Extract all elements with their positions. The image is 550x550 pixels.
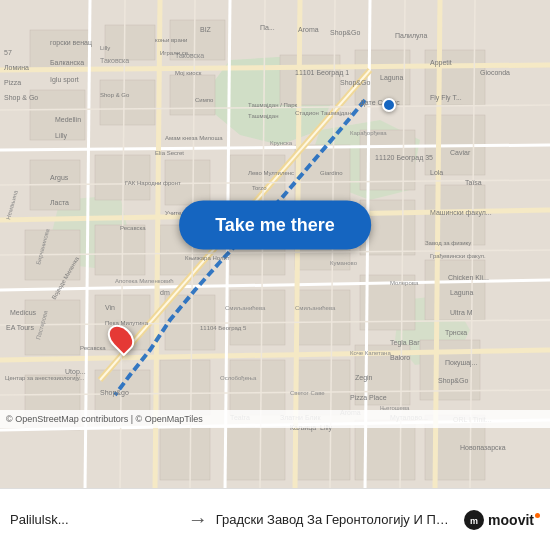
svg-rect-42 <box>160 425 210 480</box>
svg-rect-38 <box>230 360 285 415</box>
svg-text:Апотека Миленковић: Апотека Миленковић <box>115 278 174 284</box>
svg-text:11104 Београд 5: 11104 Београд 5 <box>200 325 247 331</box>
svg-text:11120 Београд 35: 11120 Београд 35 <box>375 154 433 162</box>
moovit-dot <box>535 513 540 518</box>
svg-text:m: m <box>470 516 478 526</box>
svg-text:Elia Secret: Elia Secret <box>155 150 184 156</box>
svg-rect-15 <box>95 225 145 275</box>
svg-text:Medellin: Medellin <box>55 116 81 123</box>
svg-rect-39 <box>295 360 350 415</box>
svg-rect-44 <box>295 425 350 480</box>
svg-rect-43 <box>225 425 285 480</box>
svg-text:57: 57 <box>4 49 12 56</box>
copyright-bar: © OpenStreetMap contributors | © OpenMap… <box>0 410 550 428</box>
svg-text:Lilly: Lilly <box>100 45 110 51</box>
svg-text:Argus: Argus <box>50 174 69 182</box>
svg-text:Играли се...: Играли се... <box>160 50 193 56</box>
destination-marker <box>110 323 132 353</box>
copyright-text: © OpenStreetMap contributors | © OpenMap… <box>6 414 203 424</box>
svg-text:Крунска: Крунска <box>270 140 293 146</box>
bottom-bar: Palilulsk... → Градски Завод За Геронтол… <box>0 488 550 550</box>
svg-text:Ослобођења: Ослобођења <box>220 375 257 381</box>
svg-text:EA Tours: EA Tours <box>6 324 34 331</box>
svg-text:Куманово: Куманово <box>330 260 358 266</box>
origin-marker <box>382 98 396 112</box>
svg-text:Ultra M: Ultra M <box>450 309 473 316</box>
moovit-icon: m <box>463 509 485 531</box>
svg-text:Shop&Go: Shop&Go <box>340 79 370 87</box>
svg-text:BIZ: BIZ <box>200 26 212 33</box>
svg-text:Laguna: Laguna <box>450 289 473 297</box>
svg-text:Lola: Lola <box>430 169 443 176</box>
svg-text:Ташмаjдан / Парк: Ташмаjдан / Парк <box>248 102 297 108</box>
svg-text:Taïsa: Taïsa <box>465 179 482 186</box>
svg-text:Балканска: Балканска <box>50 59 84 66</box>
svg-text:Caviar: Caviar <box>450 149 471 156</box>
svg-text:Мoj киоск: Мoj киоск <box>175 70 202 76</box>
svg-text:Chicken Kli...: Chicken Kli... <box>448 274 489 281</box>
route-arrow: → <box>180 508 216 531</box>
svg-text:Gioconda: Gioconda <box>480 69 510 76</box>
svg-text:Giardino: Giardino <box>320 170 343 176</box>
svg-rect-8 <box>100 80 155 125</box>
svg-text:Машински факул...: Машински факул... <box>430 209 492 217</box>
take-me-there-button[interactable]: Take me there <box>179 201 371 250</box>
svg-text:Ломина: Ломина <box>4 64 29 71</box>
svg-rect-6 <box>105 25 155 60</box>
svg-text:Стадион Ташмајдан: Стадион Ташмајдан <box>295 110 351 116</box>
svg-text:Коче Капетана: Коче Капетана <box>350 350 391 356</box>
moovit-logo: m moovit <box>463 509 540 531</box>
svg-text:Shop & Go: Shop & Go <box>100 92 130 98</box>
svg-text:Смиљанићева: Смиљанићева <box>295 305 336 311</box>
svg-text:Tegla Bar: Tegla Bar <box>390 339 420 347</box>
svg-text:Baloro: Baloro <box>390 354 410 361</box>
svg-text:Appetit: Appetit <box>430 59 452 67</box>
svg-text:Смиљанићева: Смиљанићева <box>225 305 266 311</box>
svg-text:Карађорђева: Карађорђева <box>350 130 387 136</box>
svg-text:Ресавска: Ресавска <box>120 225 146 231</box>
svg-text:Таковска: Таковска <box>100 57 129 64</box>
svg-text:dm: dm <box>160 289 170 296</box>
svg-text:Medicus: Medicus <box>10 309 37 316</box>
svg-text:ГАК Народни фронт: ГАК Народни фронт <box>125 180 181 186</box>
map-container: Таковска Таковска Немањина Бирчанинова П… <box>0 0 550 490</box>
svg-text:Новопазарска: Новопазарска <box>460 444 506 452</box>
to-location: Градски Завод За Геронтологију И Па... <box>216 512 453 527</box>
svg-text:Laguna: Laguna <box>380 74 403 82</box>
svg-text:Vin: Vin <box>105 304 115 311</box>
svg-text:Симпо: Симпо <box>195 97 214 103</box>
svg-text:коњи врани: коњи врани <box>155 37 187 43</box>
svg-rect-36 <box>280 55 340 105</box>
svg-text:Светог Саве: Светог Саве <box>290 390 325 396</box>
svg-text:горски венац: горски венац <box>50 39 92 47</box>
svg-rect-23 <box>230 290 285 345</box>
from-location: Palilulsk... <box>10 512 180 527</box>
svg-text:Zegin: Zegin <box>355 374 373 382</box>
svg-text:Shop&go: Shop&go <box>100 389 129 397</box>
svg-text:Књижара Нолит: Књижара Нолит <box>185 255 230 261</box>
svg-text:Shop & Go: Shop & Go <box>4 94 38 102</box>
moovit-text: moovit <box>488 512 534 528</box>
svg-text:Lilly: Lilly <box>55 132 68 140</box>
svg-text:Центар за анестезиологиjу...: Центар за анестезиологиjу... <box>5 375 85 381</box>
svg-text:Aroma: Aroma <box>298 26 319 33</box>
svg-text:Трнска: Трнска <box>445 329 467 337</box>
svg-rect-25 <box>295 290 350 345</box>
svg-text:Fly Fly T...: Fly Fly T... <box>430 94 462 102</box>
svg-text:Pizza: Pizza <box>4 79 21 86</box>
svg-text:Молерова: Молерова <box>390 280 419 286</box>
svg-text:Грађевински факул.: Грађевински факул. <box>430 253 486 259</box>
svg-text:Лево Мултиленс: Лево Мултиленс <box>248 170 294 176</box>
svg-text:Ласта: Ласта <box>50 199 69 206</box>
svg-text:Torzo: Torzo <box>252 185 267 191</box>
svg-text:Ресавска: Ресавска <box>80 345 106 351</box>
svg-text:Iglu sport: Iglu sport <box>50 76 79 84</box>
svg-text:Пa...: Пa... <box>260 24 275 31</box>
svg-text:Pizza Place: Pizza Place <box>350 394 387 401</box>
svg-text:Shop&Go: Shop&Go <box>438 377 468 385</box>
svg-text:Завод за физику: Завод за физику <box>425 240 471 246</box>
to-location-name: Градски Завод За Геронтологију И Па... <box>216 512 453 527</box>
svg-text:Shop&Go: Shop&Go <box>330 29 360 37</box>
svg-rect-37 <box>160 360 210 415</box>
svg-text:Амам кнеза Милоша: Амам кнеза Милоша <box>165 135 223 141</box>
